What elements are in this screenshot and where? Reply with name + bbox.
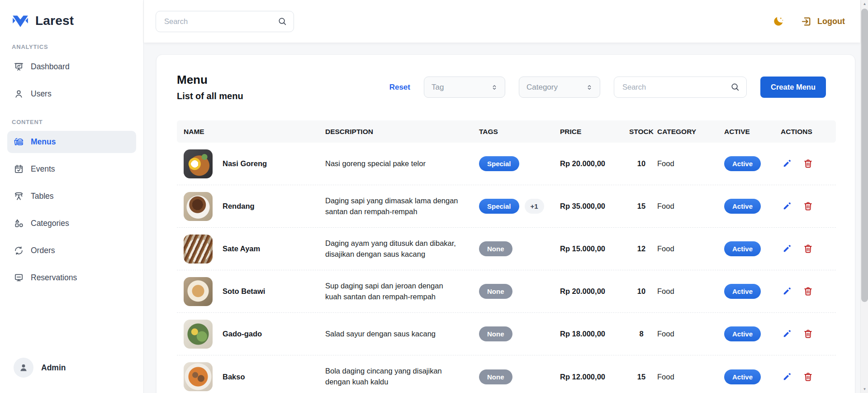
table-row: Gado-gadoSalad sayur dengan saus kacangN… [177,313,836,355]
categories-icon [14,218,24,229]
menu-stock: 12 [626,244,657,253]
table-row: Sate AyamDaging ayam yang ditusuk dan di… [177,228,836,270]
delete-button[interactable] [802,158,814,170]
orders-icon [14,245,24,256]
tag-badge: None [479,241,512,256]
menu-price: Rp 35.000,00 [560,202,626,211]
main-area: Logout Menu List of all menu Reset Tag [144,0,860,393]
sidebar-item-categories[interactable]: Categories [7,212,136,235]
delete-icon [803,244,813,254]
menu-category: Food [657,373,724,381]
more-tags-badge: +1 [525,199,544,214]
menu-name-cell: Rendang [177,192,325,221]
category-filter-select[interactable]: Category [519,77,600,98]
sidebar-item-label: Dashboard [31,62,70,72]
sidebar-item-menus[interactable]: Menus [7,131,136,153]
sidebar-nav: ANALYTICSDashboardUsersCONTENTMenusEvent… [7,30,136,294]
menu-tags: None [479,241,560,256]
sidebar-section-label: CONTENT [12,119,136,125]
status-badge: Active [724,241,761,256]
sidebar-item-events[interactable]: Events [7,158,136,180]
menu-photo [184,149,213,178]
sidebar-user[interactable]: Admin [7,355,136,381]
logout-button[interactable]: Logout [799,14,847,29]
delete-icon [803,201,813,211]
sidebar-section-label: ANALYTICS [12,43,136,50]
edit-button[interactable] [781,200,793,212]
menu-stock: 15 [626,202,657,211]
column-header-stock: STOCK [626,128,657,136]
menu-stock: 10 [626,287,657,296]
row-actions [781,158,837,170]
tag-badge: Special [479,156,519,171]
menu-stock: 10 [626,159,657,168]
topbar: Logout [144,0,860,43]
status-badge: Active [724,199,761,214]
users-icon [14,89,24,99]
row-actions [781,328,837,340]
tag-filter-placeholder: Tag [432,83,444,92]
table-body: Nasi GorengNasi goreng special pake telo… [177,143,836,393]
sidebar-item-users[interactable]: Users [7,83,136,105]
user-name: Admin [41,363,66,373]
edit-button[interactable] [781,285,793,297]
global-search-input[interactable] [156,11,294,32]
avatar [14,358,33,378]
scrollbar-thumb[interactable] [861,9,868,302]
sidebar-item-dashboard[interactable]: Dashboard [7,56,136,78]
menu-tags: None [479,369,560,384]
delete-icon [803,372,813,382]
delete-button[interactable] [802,371,814,383]
menu-name-cell: Gado-gado [177,320,325,349]
edit-button[interactable] [781,328,793,340]
reset-link[interactable]: Reset [389,83,410,92]
row-actions [781,243,837,255]
sidebar-item-reservations[interactable]: Reservations [7,267,136,289]
category-filter-placeholder: Category [526,83,558,92]
card-header: Menu List of all menu Reset Tag Category [177,73,836,101]
menu-photo [184,320,213,349]
menu-photo [184,235,213,264]
edit-icon [782,329,792,339]
menu-description: Bola daging cincang yang disajikan denga… [325,366,468,388]
tables-icon [14,191,24,201]
create-menu-button[interactable]: Create Menu [760,77,826,98]
delete-button[interactable] [802,243,814,255]
menu-active-cell: Active [724,199,781,214]
menu-card: Menu List of all menu Reset Tag Category [156,54,855,393]
table-row: Soto BetawiSup daging sapi dan jeroan de… [177,270,836,313]
menu-category: Food [657,244,724,253]
delete-button[interactable] [802,285,814,297]
sidebar-item-orders[interactable]: Orders [7,240,136,262]
edit-icon [782,286,792,297]
status-badge: Active [724,326,761,341]
tag-filter-select[interactable]: Tag [424,77,505,98]
menu-name: Sate Ayam [223,244,260,253]
moon-icon [773,15,784,27]
edit-button[interactable] [781,158,793,170]
menu-active-cell: Active [724,369,781,384]
scrollbar[interactable] [860,0,868,393]
delete-button[interactable] [802,328,814,340]
topbar-actions: Logout [771,14,847,29]
dark-mode-toggle[interactable] [771,14,786,29]
sidebar-item-label: Orders [31,246,55,255]
scrollbar-down-arrow[interactable] [861,385,868,393]
menu-category: Food [657,287,724,296]
column-header-active: ACTIVE [724,128,781,136]
search-icon [277,16,287,26]
column-header-category: CATEGORY [657,128,724,136]
delete-icon [803,286,813,297]
status-badge: Active [724,284,761,299]
column-header-tags: TAGS [479,128,560,136]
edit-button[interactable] [781,371,793,383]
scrollbar-up-arrow[interactable] [861,0,868,8]
edit-button[interactable] [781,243,793,255]
delete-button[interactable] [802,200,814,212]
menu-active-cell: Active [724,326,781,341]
column-header-actions: ACTIONS [781,128,837,136]
sidebar-item-label: Users [31,89,52,99]
table-search-input[interactable] [614,77,747,98]
sidebar-item-tables[interactable]: Tables [7,185,136,207]
menu-description: Daging ayam yang ditusuk dan dibakar, di… [325,238,468,260]
